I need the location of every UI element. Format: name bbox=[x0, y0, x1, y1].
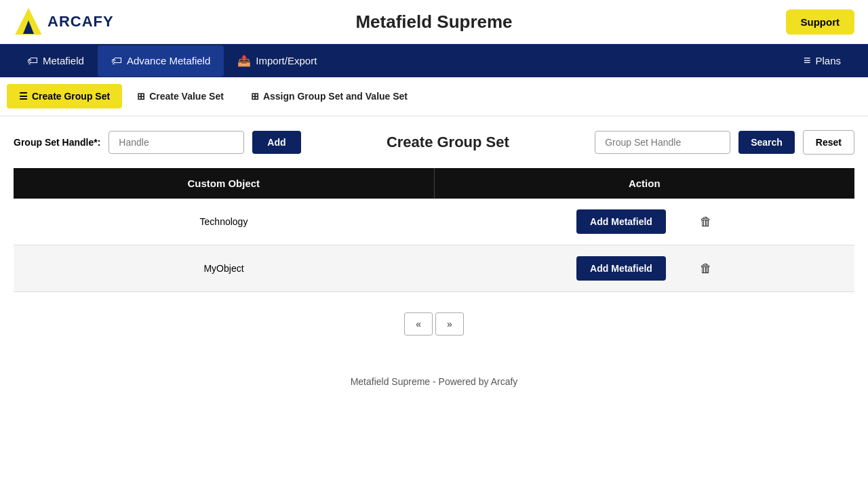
action-cell: Add Metafield🗑 bbox=[448, 256, 841, 281]
cell-custom-object: MyObject bbox=[14, 245, 434, 292]
plans-item[interactable]: ≡ Plans bbox=[790, 44, 854, 77]
tag-icon: 🏷 bbox=[27, 55, 38, 67]
tab-label-create-value-set: Create Value Set bbox=[149, 91, 224, 102]
tab-grid-icon-2: ⊞ bbox=[137, 91, 145, 102]
table-row: TechnologyAdd Metafield🗑 bbox=[14, 199, 854, 245]
handle-label: Group Set Handle*: bbox=[14, 137, 100, 148]
header: A ARCAFY Metafield Supreme Support bbox=[0, 0, 868, 44]
add-button[interactable]: Add bbox=[252, 131, 300, 154]
cell-action: Add Metafield🗑 bbox=[434, 199, 854, 245]
table-header-row: Custom Object Action bbox=[14, 168, 854, 199]
toolbar: Group Set Handle*: Add Create Group Set … bbox=[14, 130, 854, 155]
tag-active-icon: 🏷 bbox=[111, 55, 122, 67]
search-button[interactable]: Search bbox=[738, 131, 795, 154]
nav-item-import-export[interactable]: 📤 Import/Export bbox=[224, 45, 330, 77]
pagination: « » bbox=[14, 312, 854, 336]
import-export-icon: 📤 bbox=[237, 54, 251, 67]
tab-assign-group-set[interactable]: ⊞ Assign Group Set and Value Set bbox=[239, 84, 420, 108]
col-header-custom-object: Custom Object bbox=[14, 168, 434, 199]
pagination-next[interactable]: » bbox=[435, 312, 464, 336]
col-header-action: Action bbox=[434, 168, 854, 199]
logo: A ARCAFY bbox=[14, 7, 114, 37]
footer: Metafield Supreme - Powered by Arcafy bbox=[0, 349, 868, 401]
tab-list-icon-1: ☰ bbox=[19, 91, 28, 102]
tab-create-group-set[interactable]: ☰ Create Group Set bbox=[7, 84, 122, 108]
handle-input[interactable] bbox=[108, 131, 244, 154]
footer-text: Metafield Supreme - Powered by Arcafy bbox=[351, 376, 518, 387]
action-cell: Add Metafield🗑 bbox=[448, 209, 841, 234]
nav-item-advance-metafield[interactable]: 🏷 Advance Metafield bbox=[98, 45, 224, 77]
app-title: Metafield Supreme bbox=[355, 12, 512, 33]
main-content: Group Set Handle*: Add Create Group Set … bbox=[0, 117, 868, 349]
data-table: Custom Object Action TechnologyAdd Metaf… bbox=[14, 168, 854, 292]
reset-button[interactable]: Reset bbox=[803, 130, 854, 155]
tab-grid-icon-3: ⊞ bbox=[251, 91, 259, 102]
delete-icon[interactable]: 🗑 bbox=[700, 215, 712, 229]
tab-label-create-group-set: Create Group Set bbox=[32, 91, 110, 102]
navbar: 🏷 Metafield 🏷 Advance Metafield 📤 Import… bbox=[0, 44, 868, 77]
tab-create-value-set[interactable]: ⊞ Create Value Set bbox=[125, 84, 236, 108]
nav-item-metafield[interactable]: 🏷 Metafield bbox=[14, 45, 98, 77]
plans-icon: ≡ bbox=[804, 54, 811, 68]
nav-label-advance-metafield: Advance Metafield bbox=[127, 55, 210, 66]
tab-label-assign-group-set: Assign Group Set and Value Set bbox=[263, 91, 408, 102]
cell-custom-object: Technology bbox=[14, 199, 434, 245]
add-metafield-button[interactable]: Add Metafield bbox=[576, 209, 666, 234]
navbar-right: ≡ Plans bbox=[790, 44, 854, 77]
svg-text:A: A bbox=[26, 26, 31, 34]
plans-label: Plans bbox=[815, 55, 841, 66]
delete-icon[interactable]: 🗑 bbox=[700, 262, 712, 276]
subnav: ☰ Create Group Set ⊞ Create Value Set ⊞ … bbox=[0, 77, 868, 117]
support-button[interactable]: Support bbox=[786, 9, 855, 35]
navbar-left: 🏷 Metafield 🏷 Advance Metafield 📤 Import… bbox=[14, 45, 330, 77]
arcafy-logo-icon: A bbox=[14, 7, 43, 37]
pagination-prev[interactable]: « bbox=[404, 312, 433, 336]
cell-action: Add Metafield🗑 bbox=[434, 245, 854, 292]
logo-text: ARCAFY bbox=[47, 13, 114, 30]
section-title: Create Group Set bbox=[309, 134, 587, 151]
search-input[interactable] bbox=[595, 131, 730, 154]
table-row: MyObjectAdd Metafield🗑 bbox=[14, 245, 854, 292]
add-metafield-button[interactable]: Add Metafield bbox=[576, 256, 666, 281]
nav-label-metafield: Metafield bbox=[43, 55, 84, 66]
nav-label-import-export: Import/Export bbox=[256, 55, 317, 66]
